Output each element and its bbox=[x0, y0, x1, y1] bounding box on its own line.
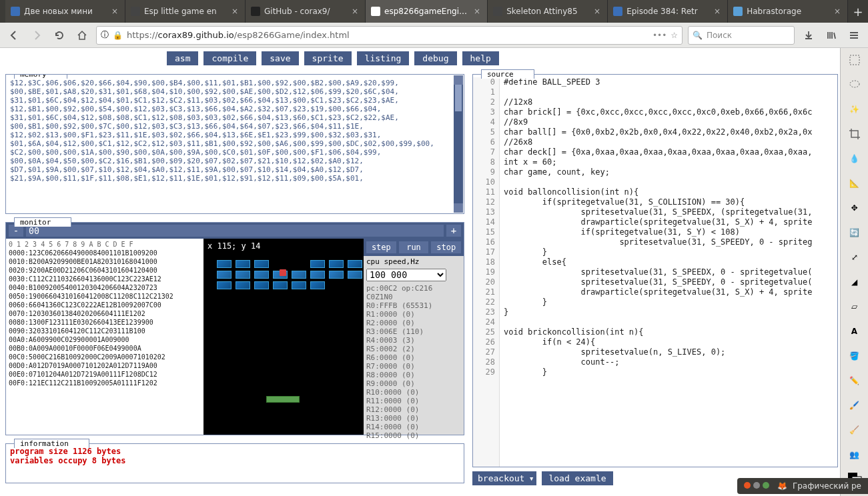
close-icon[interactable]: × bbox=[713, 7, 722, 16]
gimp-icon: 🦊 bbox=[777, 481, 787, 491]
downloads-icon[interactable] bbox=[800, 27, 817, 44]
crop-tool-icon[interactable] bbox=[847, 126, 863, 142]
rotate-tool-icon[interactable]: 🔄 bbox=[847, 225, 863, 241]
memory-text: $12,$3C,$06,$06,$20,$66,$04,$90,$00,$B4,… bbox=[10, 79, 460, 183]
search-icon: 🔍 bbox=[693, 31, 703, 40]
wand-tool-icon[interactable]: ✨ bbox=[847, 101, 863, 117]
brick bbox=[329, 260, 344, 268]
eyedropper-tool-icon[interactable]: 💧 bbox=[847, 151, 863, 167]
brick bbox=[348, 260, 362, 268]
browser-tab[interactable]: Skeleton Attiny85× bbox=[488, 0, 608, 23]
source-panel: source 0 1 2 3 4 5 6 7 8 9 10 11 12 13 1… bbox=[472, 74, 838, 467]
source-code[interactable]: #define BALL_SPEED 3 //12x8 char brick[]… bbox=[500, 77, 837, 467]
menu-icon[interactable] bbox=[845, 27, 863, 44]
eraser-tool-icon[interactable]: 🧹 bbox=[847, 422, 863, 438]
monitor-title: monitor bbox=[14, 217, 71, 227]
brush-tool-icon[interactable]: 🖌️ bbox=[847, 397, 863, 413]
scale-tool-icon[interactable]: ⤢ bbox=[847, 249, 863, 265]
cpu-speed-select[interactable]: 100 000 bbox=[366, 269, 446, 281]
tab-title: Две новых мини bbox=[24, 7, 106, 16]
close-icon[interactable]: × bbox=[110, 7, 119, 16]
brick bbox=[236, 281, 250, 289]
taskbar-item[interactable]: 🦊 Графический ре bbox=[737, 478, 868, 494]
source-title: source bbox=[481, 69, 534, 79]
stop-button[interactable]: stop bbox=[431, 241, 461, 253]
sprite-button[interactable]: sprite bbox=[304, 51, 352, 65]
favicon bbox=[493, 7, 502, 16]
svg-rect-0 bbox=[850, 55, 859, 65]
brick bbox=[254, 260, 269, 268]
memory-scrollbar[interactable] bbox=[454, 75, 463, 213]
close-icon[interactable]: × bbox=[833, 7, 842, 16]
close-icon[interactable]: × bbox=[350, 7, 360, 16]
brick bbox=[254, 281, 269, 289]
brick bbox=[217, 281, 232, 289]
information-title: information bbox=[14, 439, 89, 448]
clone-tool-icon[interactable]: 👥 bbox=[847, 447, 863, 463]
save-button[interactable]: save bbox=[262, 51, 298, 65]
help-button[interactable]: help bbox=[462, 51, 499, 65]
home-button[interactable] bbox=[73, 27, 91, 44]
measure-tool-icon[interactable]: 📐 bbox=[847, 175, 863, 191]
listing-button[interactable]: listing bbox=[357, 51, 410, 65]
brick bbox=[348, 271, 362, 279]
memory-title: memory bbox=[14, 74, 67, 79]
shear-tool-icon[interactable]: ◢ bbox=[847, 274, 863, 290]
browser-tab[interactable]: GitHub - corax9/× bbox=[246, 0, 366, 23]
perspective-tool-icon[interactable]: ▱ bbox=[847, 299, 863, 315]
info-line-1: program size 1126 bytes bbox=[10, 447, 460, 456]
reload-button[interactable] bbox=[51, 27, 68, 44]
brick bbox=[217, 260, 232, 268]
paddle bbox=[266, 396, 300, 403]
star-icon[interactable]: ☆ bbox=[671, 31, 678, 40]
close-icon[interactable]: × bbox=[472, 7, 482, 16]
tab-title: GitHub - corax9/ bbox=[264, 7, 346, 16]
lasso-tool-icon[interactable] bbox=[847, 77, 863, 93]
control-col: step run stop cpu speed,Hz 100 000 pc:00… bbox=[364, 239, 464, 435]
hex-dump: 0 1 2 3 4 5 6 7 8 9 A B C D E F 0000:123… bbox=[6, 239, 203, 435]
cursor-pos: x 115; y 14 bbox=[207, 241, 360, 251]
close-icon[interactable]: × bbox=[230, 7, 240, 16]
new-tab-button[interactable]: + bbox=[848, 0, 868, 23]
brick bbox=[292, 281, 306, 289]
move-tool-icon[interactable]: ✥ bbox=[847, 200, 863, 216]
addr-input[interactable] bbox=[26, 225, 444, 237]
favicon bbox=[733, 7, 743, 16]
example-dropdown[interactable]: breackout bbox=[472, 471, 536, 485]
more-icon[interactable]: ••• bbox=[653, 31, 667, 40]
browser-tab[interactable]: Esp little game en× bbox=[125, 0, 246, 23]
brick bbox=[273, 281, 288, 289]
favicon bbox=[613, 7, 622, 16]
step-button[interactable]: step bbox=[366, 241, 396, 253]
close-icon[interactable]: × bbox=[592, 7, 602, 16]
info-icon: ⓘ bbox=[101, 29, 109, 41]
debug-button[interactable]: debug bbox=[414, 51, 456, 65]
page-content: asmcompilesavespritelistingdebughelp mem… bbox=[0, 48, 840, 496]
browser-tab[interactable]: Habrastorage× bbox=[728, 0, 848, 23]
registers: pc:00C2 op:C216 C0Z1N0 R0:FFFB (65531) R… bbox=[364, 283, 464, 441]
compile-button[interactable]: compile bbox=[203, 51, 256, 65]
favicon bbox=[251, 7, 260, 16]
browser-tab[interactable]: Две новых мини× bbox=[5, 0, 125, 23]
brick bbox=[310, 281, 325, 289]
search-box[interactable]: 🔍 Поиск bbox=[688, 26, 795, 45]
asm-button[interactable]: asm bbox=[167, 51, 198, 65]
url-bar[interactable]: ⓘ 🔒 https://corax89.github.io/esp8266Gam… bbox=[96, 26, 683, 45]
favicon bbox=[11, 7, 20, 16]
browser-tab[interactable]: Episode 384: Retr× bbox=[608, 0, 728, 23]
text-tool-icon[interactable]: A bbox=[847, 323, 863, 339]
browser-tab[interactable]: esp8266gameEngine× bbox=[366, 0, 488, 23]
brick bbox=[236, 260, 250, 268]
pencil-tool-icon[interactable]: ✏️ bbox=[847, 373, 863, 389]
info-line-2: variables occupy 8 bytes bbox=[10, 456, 460, 465]
bucket-tool-icon[interactable]: 🪣 bbox=[847, 348, 863, 364]
run-button[interactable]: run bbox=[399, 241, 429, 253]
back-button[interactable] bbox=[5, 27, 23, 44]
load-example-button[interactable]: load examle bbox=[542, 471, 612, 485]
addr-plus-button[interactable]: + bbox=[446, 225, 461, 237]
select-tool-icon[interactable] bbox=[847, 52, 863, 68]
game-canvas: x 115; y 14 bbox=[203, 239, 364, 435]
tab-title: Habrastorage bbox=[747, 7, 829, 16]
forward-button[interactable] bbox=[28, 27, 45, 44]
library-icon[interactable] bbox=[823, 27, 840, 44]
